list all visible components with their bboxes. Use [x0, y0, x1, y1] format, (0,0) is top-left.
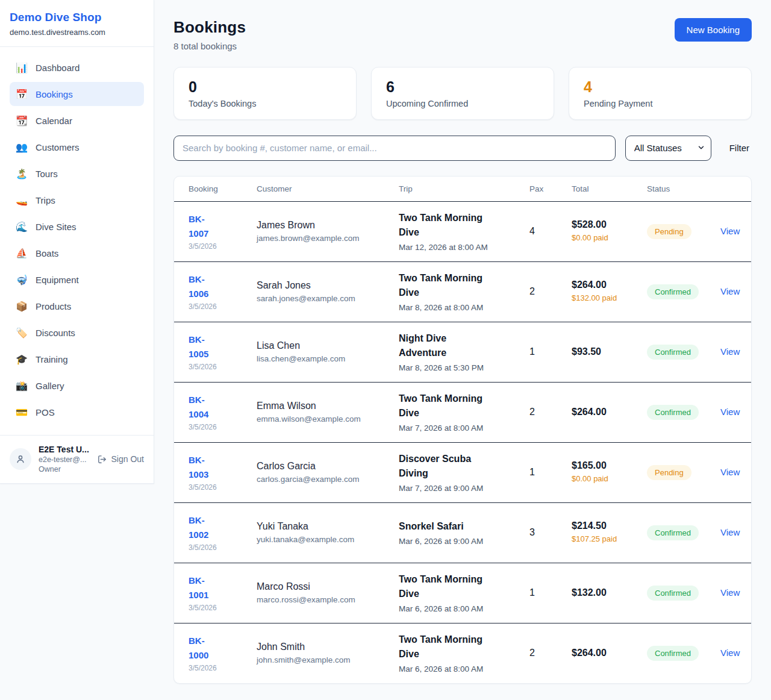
sign-out-icon [97, 454, 107, 464]
view-link[interactable]: View [720, 527, 740, 537]
status-badge: Confirmed [647, 284, 699, 299]
table-row[interactable]: BK-1000 3/5/2026 John Smith john.smith@e… [174, 623, 751, 683]
sidebar-item-gallery[interactable]: 📸 Gallery [10, 373, 144, 398]
booking-id-link[interactable]: BK-1003 [189, 453, 222, 481]
stat-card-todays-bookings: 0 Today's Bookings [173, 67, 357, 120]
trip-datetime: Mar 6, 2026 at 9:00 AM [399, 537, 529, 546]
booking-date: 3/5/2026 [189, 483, 257, 492]
pax-count: 3 [529, 527, 572, 538]
customer-name: Yuki Tanaka [257, 521, 399, 532]
sidebar-item-products[interactable]: 📦 Products [10, 294, 144, 318]
trip-name: Two Tank Morning Dive [399, 211, 489, 240]
filter-bar: All Statuses Filter [173, 136, 752, 161]
view-link[interactable]: View [720, 226, 740, 236]
customer-email: sarah.jones@example.com [257, 294, 399, 303]
booking-id-link[interactable]: BK-1002 [189, 513, 222, 542]
stat-card-upcoming-confirmed: 6 Upcoming Confirmed [371, 67, 554, 120]
sidebar-item-calendar[interactable]: 📆 Calendar [10, 108, 144, 133]
status-badge: Confirmed [647, 525, 699, 540]
booking-id-link[interactable]: BK-1000 [189, 634, 222, 662]
customer-name: Marco Rossi [257, 581, 399, 592]
main-content: Bookings 8 total bookings New Booking 0 … [154, 0, 771, 684]
view-link[interactable]: View [720, 467, 740, 477]
table-row[interactable]: BK-1001 3/5/2026 Marco Rossi marco.rossi… [174, 563, 751, 623]
view-link[interactable]: View [720, 407, 740, 417]
trip-name: Discover Scuba Diving [399, 452, 489, 481]
table-row[interactable]: BK-1006 3/5/2026 Sarah Jones sarah.jones… [174, 261, 751, 322]
sidebar-item-customers[interactable]: 👥 Customers [10, 135, 144, 159]
sidebar-item-discounts[interactable]: 🏷️ Discounts [10, 320, 144, 345]
page-title: Bookings [173, 18, 246, 37]
booking-id-link[interactable]: BK-1006 [189, 272, 222, 301]
user-name: E2E Test U... [39, 444, 90, 455]
trip-name: Two Tank Morning Dive [399, 392, 489, 420]
total-amount: $264.00 [572, 280, 647, 290]
paid-amount: $107.25 paid [572, 534, 620, 545]
stat-value: 0 [189, 79, 342, 96]
table-row[interactable]: BK-1003 3/5/2026 Carlos Garcia carlos.ga… [174, 442, 751, 502]
paid-amount: $0.00 paid [572, 473, 620, 484]
booking-id-link[interactable]: BK-1005 [189, 333, 222, 361]
booking-id-link[interactable]: BK-1004 [189, 393, 222, 421]
filter-button[interactable]: Filter [729, 143, 749, 153]
bookings-count: 8 total bookings [173, 41, 246, 51]
customer-email: john.smith@example.com [257, 655, 399, 664]
view-link[interactable]: View [720, 587, 740, 598]
trip-name: Night Dive Adventure [399, 331, 489, 360]
sidebar-item-trips[interactable]: 🚤 Trips [10, 188, 144, 212]
sidebar-item-dive-sites[interactable]: 🌊 Dive Sites [10, 214, 144, 239]
view-link[interactable]: View [720, 286, 740, 296]
sidebar-item-pos[interactable]: 💳 POS [10, 400, 144, 424]
trip-datetime: Mar 8, 2026 at 5:30 PM [399, 363, 529, 372]
sidebar: Demo Dive Shop demo.test.divestreams.com… [0, 0, 154, 484]
view-link[interactable]: View [720, 346, 740, 357]
view-link[interactable]: View [720, 648, 740, 658]
column-header-total: Total [572, 177, 647, 201]
total-amount: $93.50 [572, 346, 647, 357]
products-icon: 📦 [16, 301, 28, 312]
table-row[interactable]: BK-1004 3/5/2026 Emma Wilson emma.wilson… [174, 382, 751, 442]
booking-id-link[interactable]: BK-1001 [189, 573, 222, 602]
trip-datetime: Mar 7, 2026 at 8:00 AM [399, 423, 529, 433]
search-input[interactable] [173, 136, 616, 161]
sidebar-item-tours[interactable]: 🏝️ Tours [10, 161, 144, 186]
stat-label: Today's Bookings [189, 99, 342, 108]
sign-out-button[interactable]: Sign Out [97, 454, 144, 464]
total-amount: $214.50 [572, 520, 647, 531]
training-icon: 🎓 [16, 354, 28, 365]
discounts-icon: 🏷️ [16, 327, 28, 339]
booking-date: 3/5/2026 [189, 604, 257, 612]
status-badge: Confirmed [647, 586, 699, 601]
table-row[interactable]: BK-1005 3/5/2026 Lisa Chen lisa.chen@exa… [174, 322, 751, 382]
dive-sites-icon: 🌊 [16, 221, 28, 233]
table-row[interactable]: BK-1007 3/5/2026 James Brown james.brown… [174, 201, 751, 261]
table-row[interactable]: BK-1002 3/5/2026 Yuki Tanaka yuki.tanaka… [174, 502, 751, 563]
shop-domain: demo.test.divestreams.com [10, 28, 144, 37]
pax-count: 2 [529, 286, 572, 297]
status-filter-select[interactable]: All Statuses [625, 136, 711, 161]
booking-date: 3/5/2026 [189, 423, 257, 431]
sign-out-label: Sign Out [111, 454, 144, 464]
brand-header: Demo Dive Shop demo.test.divestreams.com [0, 0, 154, 47]
sidebar-nav: 📊 Dashboard 📅 Bookings 📆 Calendar 👥 Cust… [0, 47, 154, 435]
status-badge: Confirmed [647, 646, 699, 661]
stats-row: 0 Today's Bookings 6 Upcoming Confirmed … [173, 67, 752, 120]
customer-name: Emma Wilson [257, 401, 399, 411]
pax-count: 1 [529, 346, 572, 357]
sidebar-item-bookings[interactable]: 📅 Bookings [10, 82, 144, 106]
customers-icon: 👥 [16, 142, 28, 153]
trip-datetime: Mar 7, 2026 at 9:00 AM [399, 484, 529, 493]
sidebar-item-equipment[interactable]: 🤿 Equipment [10, 267, 144, 292]
sidebar-item-dashboard[interactable]: 📊 Dashboard [10, 55, 144, 80]
booking-id-link[interactable]: BK-1007 [189, 212, 222, 240]
dashboard-icon: 📊 [16, 62, 28, 73]
bookings-icon: 📅 [16, 89, 28, 100]
new-booking-button[interactable]: New Booking [675, 18, 752, 42]
stat-value: 6 [386, 79, 539, 96]
booking-date: 3/5/2026 [189, 664, 257, 672]
sidebar-item-training[interactable]: 🎓 Training [10, 347, 144, 371]
customer-name: James Brown [257, 220, 399, 231]
total-amount: $132.00 [572, 587, 647, 598]
stat-value: 4 [584, 79, 737, 96]
sidebar-item-boats[interactable]: ⛵ Boats [10, 241, 144, 265]
